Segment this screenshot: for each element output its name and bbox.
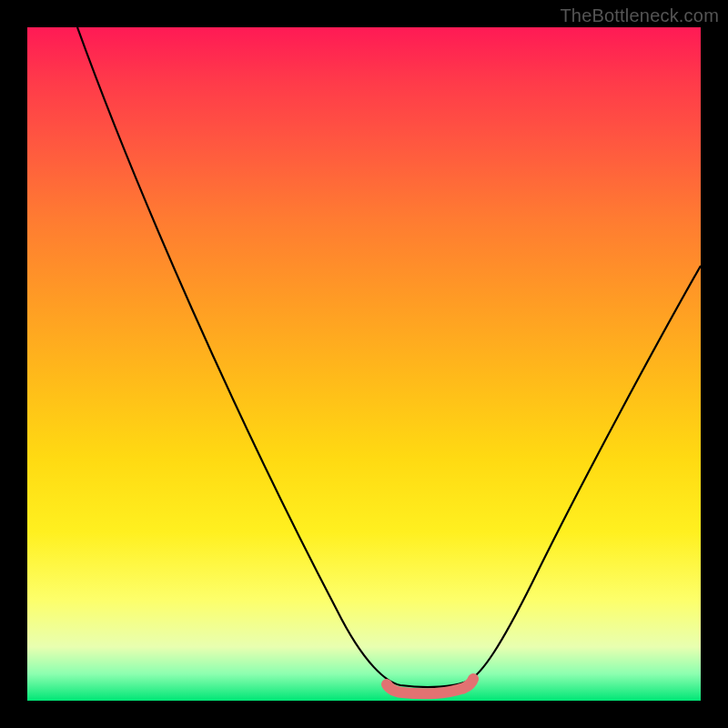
watermark-text: TheBottleneck.com xyxy=(560,5,719,26)
plot-area xyxy=(27,27,701,701)
chart-frame: TheBottleneck.com xyxy=(0,0,728,728)
curve-path xyxy=(77,27,701,687)
bottleneck-curve xyxy=(27,27,701,701)
